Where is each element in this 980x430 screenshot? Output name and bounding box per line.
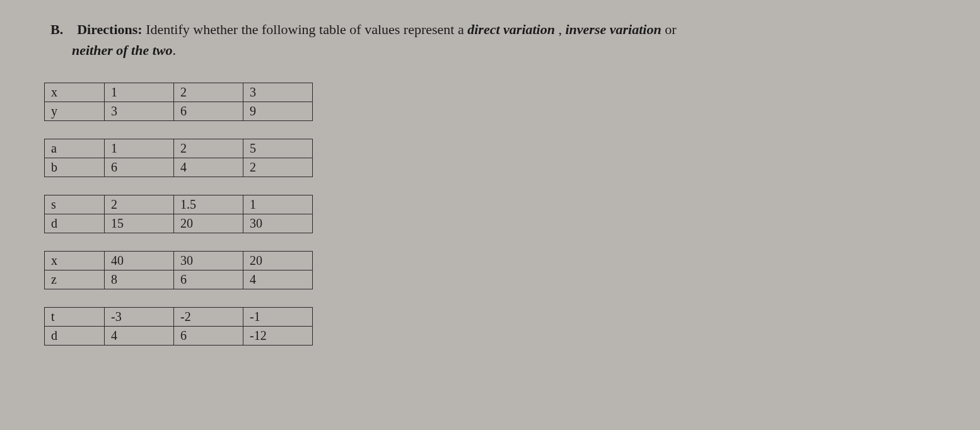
value-cell: -12 [243,327,313,346]
directions-text-1: Identify whether the following table of … [146,21,467,37]
table-5: t -3 -2 -1 d 4 6 -12 [44,307,936,346]
table-4: x 40 30 20 z 8 6 4 [44,251,936,289]
term-direct-variation: direct variation [467,21,555,37]
variable-cell: x [45,252,105,270]
table-row: d 15 20 30 [45,214,313,233]
term-neither: neither of the two [72,42,173,58]
value-cell: 2 [105,195,174,214]
table-row: a 1 2 5 [45,139,313,158]
variable-cell: s [45,195,105,214]
value-cell: 15 [105,214,174,233]
value-cell: 3 [105,102,174,121]
value-cell: -3 [105,308,174,327]
table-row: z 8 6 4 [45,270,313,289]
value-cell: 9 [243,102,313,121]
value-cell: 5 [243,139,313,158]
table-3: s 2 1.5 1 d 15 20 30 [44,195,936,233]
variable-cell: x [45,83,105,102]
value-cell: 2 [174,139,243,158]
table-row: d 4 6 -12 [45,327,313,346]
term-inverse-variation: inverse variation [565,21,661,37]
value-cell: 4 [243,270,313,289]
value-cell: 6 [174,270,243,289]
value-cell: -2 [174,308,243,327]
value-cell: 6 [174,102,243,121]
value-cell: 4 [174,158,243,177]
value-cell: 30 [174,252,243,270]
value-cell: 6 [174,327,243,346]
value-cell: 1 [105,139,174,158]
variable-cell: z [45,270,105,289]
directions-label: Directions: [77,21,142,37]
table-row: x 40 30 20 [45,252,313,270]
table-row: b 6 4 2 [45,158,313,177]
table-1: x 1 2 3 y 3 6 9 [44,83,936,121]
variable-cell: a [45,139,105,158]
variable-cell: d [45,327,105,346]
table-row: y 3 6 9 [45,102,313,121]
value-cell: 1 [243,195,313,214]
directions-text-4: . [173,42,177,58]
value-cell: 1 [105,83,174,102]
directions-text-2: , [558,21,565,37]
variable-cell: t [45,308,105,327]
value-cell: 30 [243,214,313,233]
value-cell: 1.5 [174,195,243,214]
value-cell: 8 [105,270,174,289]
table-2: a 1 2 5 b 6 4 2 [44,139,936,177]
value-cell: 6 [105,158,174,177]
section-marker: B. [50,21,63,37]
variable-cell: d [45,214,105,233]
value-cell: 2 [174,83,243,102]
value-cell: 20 [174,214,243,233]
value-cell: 3 [243,83,313,102]
variable-cell: y [45,102,105,121]
table-row: s 2 1.5 1 [45,195,313,214]
value-cell: 40 [105,252,174,270]
value-cell: 4 [105,327,174,346]
directions-block: B. Directions: Identify whether the foll… [44,19,936,61]
value-cell: 2 [243,158,313,177]
directions-text-3: or [665,21,676,37]
table-row: t -3 -2 -1 [45,308,313,327]
value-cell: -1 [243,308,313,327]
value-cell: 20 [243,252,313,270]
variable-cell: b [45,158,105,177]
table-row: x 1 2 3 [45,83,313,102]
